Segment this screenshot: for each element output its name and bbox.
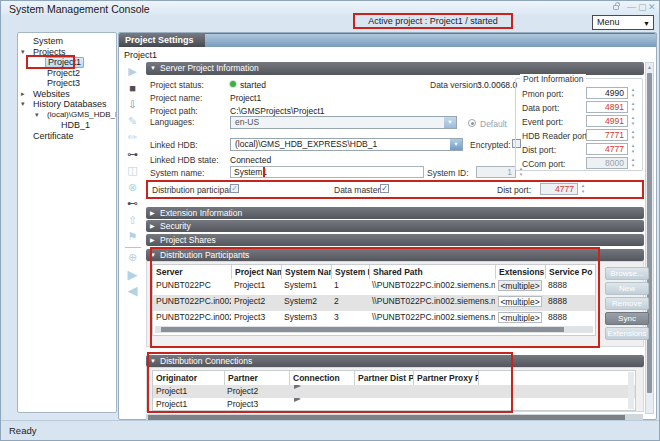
- maximize-button[interactable]: ▢: [638, 3, 647, 12]
- data-master-checkbox[interactable]: ✓: [380, 184, 389, 193]
- edit-project-icon[interactable]: ✎: [123, 114, 142, 128]
- data-port-input[interactable]: 4891: [586, 101, 628, 113]
- hdb-reader-port-input[interactable]: 7771: [586, 129, 628, 141]
- connections-table: OriginatorPartnerConnectionPartner Dist …: [152, 370, 636, 411]
- system-name-label: System name:: [150, 168, 204, 178]
- unlink-hdb-icon[interactable]: ⊷: [123, 197, 142, 211]
- dist-port-label: Dist port:: [497, 185, 531, 195]
- project-toolbar: ▶ ■ ⇩ ✎ ✏ ⊶ ◫ ⊗ ⊷ ⇧ ⚑ ⊕ ▶ ◀: [120, 62, 145, 409]
- port-information-title: Port Information: [520, 74, 586, 84]
- start-project-icon[interactable]: ▶: [123, 65, 142, 79]
- tree-expanded-icon[interactable]: ▾: [21, 99, 25, 110]
- table-row[interactable]: PUNBT022PC.in002.siemeProject2System22\\…: [153, 295, 595, 311]
- tree-item-hdb1[interactable]: HDB_1: [18, 120, 116, 131]
- backup-project-icon[interactable]: ◀: [123, 284, 142, 298]
- section-expanded-icon: ▼: [150, 355, 156, 367]
- dropdown-arrow-icon: ▼: [444, 117, 456, 128]
- linked-hdb-dropdown[interactable]: (local)\GMS_HDB_EXPRESS\HDB_1 ▼: [230, 138, 463, 151]
- languages-label: Languages:: [150, 117, 194, 127]
- restore-project-icon[interactable]: ▶: [123, 267, 142, 281]
- new-button[interactable]: New: [605, 282, 649, 295]
- browse-button[interactable]: Browse...: [605, 267, 649, 280]
- data-version-value: 3.0.0068.0: [477, 80, 517, 90]
- dist-port-input[interactable]: 4777: [540, 183, 578, 195]
- pmon-port-label: Pmon port:: [522, 89, 564, 99]
- extensions-cell[interactable]: <multiple>: [498, 312, 542, 323]
- tree-collapsed-icon[interactable]: ▸: [21, 89, 25, 100]
- stop-hdb-icon[interactable]: ⊗: [123, 180, 142, 194]
- minimize-button[interactable]: —: [627, 3, 636, 12]
- table-row[interactable]: PUNBT022PC.in002.siemeProject3System33\\…: [153, 311, 595, 327]
- system-name-input[interactable]: System1: [230, 166, 424, 178]
- tree-item-project1[interactable]: Project1: [18, 57, 116, 68]
- tree-item-project2[interactable]: Project2: [18, 68, 116, 79]
- pmon-port-spinner[interactable]: ▲▼: [629, 87, 637, 99]
- language-dropdown[interactable]: en-US ▼: [230, 116, 457, 129]
- section-distribution-connections[interactable]: ▼ Distribution Connections: [146, 355, 644, 367]
- event-port-spinner[interactable]: ▲▼: [629, 115, 637, 127]
- upgrade-project-icon[interactable]: ⇧: [123, 213, 142, 227]
- extensions-cell[interactable]: <multiple>: [498, 280, 542, 291]
- menu-label: Menu: [597, 17, 620, 27]
- window-title: System Management Console: [9, 3, 150, 15]
- status-bar: Ready: [1, 420, 659, 440]
- section-security[interactable]: ▶ Security: [146, 220, 644, 232]
- table-row[interactable]: PUNBT022PCProject1System11\\PUNBT022PC.i…: [153, 279, 595, 295]
- main-panel: Project Settings Project1 ▶ ■ ⇩ ✎ ✏ ⊶ ◫ …: [118, 32, 657, 420]
- table-row[interactable]: Project1Project3: [153, 398, 635, 411]
- data-port-spinner[interactable]: ▲▼: [629, 101, 637, 113]
- ccom-port-input[interactable]: 8000: [586, 157, 628, 169]
- dist-port-info-input[interactable]: 4777: [586, 143, 628, 155]
- tree-item-certificate[interactable]: Certificate: [18, 131, 116, 142]
- tree-expanded-icon[interactable]: ▾: [21, 47, 25, 58]
- tab-project-settings[interactable]: Project Settings: [119, 33, 205, 47]
- section-extension-information[interactable]: ▶ Extension Information: [146, 207, 644, 219]
- tree-item-projects[interactable]: ▾Projects: [18, 47, 116, 58]
- hdb-reader-port-spinner[interactable]: ▲▼: [629, 129, 637, 141]
- save-project-icon[interactable]: ⇩: [123, 98, 142, 112]
- tree-item-websites[interactable]: ▸Websites: [18, 89, 116, 100]
- default-language-radio[interactable]: [468, 119, 476, 127]
- menu-dropdown[interactable]: Menu ▼: [592, 15, 654, 30]
- participants-horizontal-scrollbar[interactable]: [155, 326, 593, 333]
- section-project-shares[interactable]: ▶ Project Shares: [146, 234, 644, 246]
- data-version-label: Data version:: [430, 80, 480, 90]
- section-distribution-participants[interactable]: ▼ Distribution Participants: [146, 249, 644, 261]
- dist-port-spinner[interactable]: ▲▼: [579, 183, 587, 195]
- close-button[interactable]: ✕: [648, 3, 656, 12]
- project-name-value: Project1: [230, 93, 261, 103]
- sync-button[interactable]: Sync: [605, 312, 649, 325]
- distribution-participant-checkbox[interactable]: ✓: [230, 184, 239, 193]
- encrypted-label: Encrypted:: [470, 140, 511, 150]
- table-row[interactable]: Project1Project2: [153, 385, 635, 398]
- pmon-port-input[interactable]: 4990: [586, 87, 628, 99]
- dropdown-arrow-icon: ▼: [450, 139, 462, 150]
- ccom-port-spinner[interactable]: ▲▼: [629, 157, 637, 169]
- stop-project-icon[interactable]: ■: [123, 81, 142, 95]
- tree-item-history-databases[interactable]: ▾History Databases: [18, 99, 116, 110]
- section-collapsed-icon: ▶: [150, 207, 155, 219]
- tree-item-local-gms-hdb-express[interactable]: ▾(local)\GMS_HDB_EXPRESS: [18, 110, 116, 121]
- dist-port-info-spinner[interactable]: ▲▼: [629, 143, 637, 155]
- system-id-input[interactable]: 1: [476, 166, 516, 178]
- link-hdb-icon[interactable]: ⊶: [123, 147, 142, 161]
- tree-item-project3[interactable]: Project3: [18, 78, 116, 89]
- add-project-icon[interactable]: ⊕: [123, 251, 142, 265]
- linked-hdb-label: Linked HDB:: [150, 140, 198, 150]
- system-management-console-window: System Management Console — ▢ ✕ Active p…: [0, 0, 660, 441]
- settings-content: ▼ Server Project Information Project sta…: [146, 62, 648, 415]
- project-status-value: started: [240, 80, 266, 90]
- tree-item-system[interactable]: System: [18, 36, 116, 47]
- extensions-button[interactable]: Extensions: [605, 327, 649, 340]
- tree-expanded-icon[interactable]: ▾: [35, 110, 39, 121]
- extensions-cell[interactable]: <multiple>: [498, 296, 542, 307]
- event-port-input[interactable]: 4991: [586, 115, 628, 127]
- save-hdb-icon[interactable]: ◫: [123, 164, 142, 178]
- connections-vertical-scrollbar[interactable]: [628, 372, 634, 409]
- rename-project-icon[interactable]: ✏: [123, 131, 142, 145]
- pin-project-icon[interactable]: ⚑: [123, 230, 142, 244]
- participants-scrollbar-thumb[interactable]: [161, 327, 564, 332]
- remove-button[interactable]: Remove: [605, 297, 649, 310]
- section-expanded-icon: ▼: [150, 249, 156, 261]
- active-project-annotation: Active project : Project1 / started: [353, 13, 513, 29]
